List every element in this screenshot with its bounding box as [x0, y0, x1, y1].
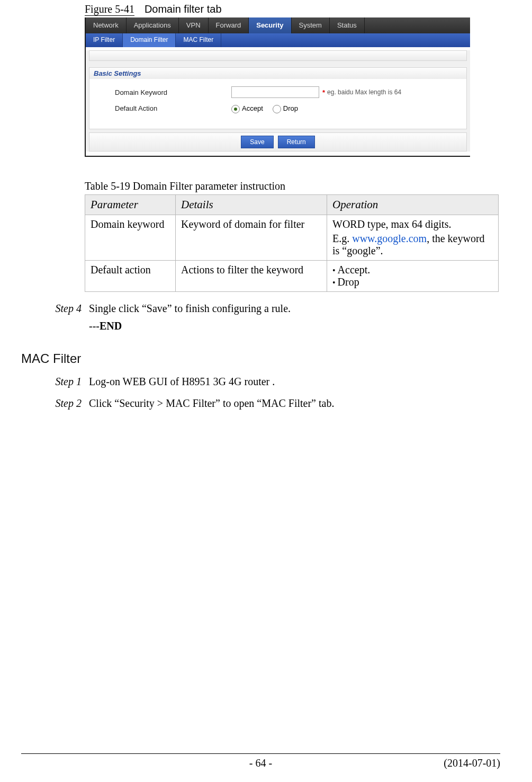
subtab-ip-filter[interactable]: IP Filter: [86, 33, 123, 47]
radio-drop[interactable]: [273, 105, 281, 113]
basic-settings-panel: Basic Settings Domain Keyword * eg. baid…: [89, 67, 467, 129]
cell-parameter: Domain keyword: [85, 215, 176, 261]
page-number: - 64 -: [249, 757, 272, 769]
bullet-drop: Drop: [332, 276, 493, 288]
op-line-1: WORD type, max 64 digits.: [332, 218, 493, 230]
save-button[interactable]: Save: [241, 136, 273, 148]
figure-title: Domain filter tab: [145, 3, 222, 15]
subtab-mac-filter[interactable]: MAC Filter: [176, 33, 221, 47]
radio-drop-label: Drop: [283, 104, 298, 112]
tab-vpn[interactable]: VPN: [179, 17, 209, 33]
end-bold: END: [100, 320, 122, 332]
tab-applications[interactable]: Applications: [127, 17, 179, 33]
step-4-row: Step 4 Single click “Save” to finish con…: [21, 303, 500, 315]
step-4-text: Single click “Save” to finish configurin…: [89, 303, 500, 315]
step-1-text: Log-on WEB GUI of H8951 3G 4G router .: [89, 376, 500, 388]
figure-caption: Figure 5-41 Domain filter tab: [85, 3, 500, 15]
table-row: Default action Actions to filter the key…: [85, 261, 499, 292]
tab-security[interactable]: Security: [249, 17, 291, 33]
step-1-row: Step 1 Log-on WEB GUI of H8951 3G 4G rou…: [21, 376, 500, 388]
bullet-accept: Accept.: [332, 264, 493, 276]
table-row: Domain keyword Keyword of domain for fil…: [85, 215, 499, 261]
cell-operation: WORD type, max 64 digits. E.g. www.googl…: [327, 215, 499, 261]
domain-keyword-hint: eg. baidu Max length is 64: [327, 88, 401, 96]
end-marker: ---END: [89, 320, 500, 332]
subtab-domain-filter[interactable]: Domain Filter: [123, 33, 176, 47]
tab-network[interactable]: Network: [86, 17, 127, 33]
step-2-label: Step 2: [21, 397, 89, 410]
main-tab-bar: Network Applications VPN Forward Securit…: [86, 17, 470, 33]
step-2-text: Click “Security > MAC Filter” to open “M…: [89, 397, 500, 410]
op-line-2: E.g. www.google.com, the keyword is “goo…: [332, 233, 493, 257]
th-parameter: Parameter: [85, 195, 176, 215]
footer-date: (2014-07-01): [444, 757, 500, 769]
domain-keyword-label: Domain Keyword: [99, 88, 231, 96]
figure-number: Figure 5-41: [85, 3, 134, 16]
th-operation: Operation: [327, 195, 499, 215]
cell-parameter: Default action: [85, 261, 176, 292]
sub-tab-bar: IP Filter Domain Filter MAC Filter: [86, 33, 470, 47]
step-4-label: Step 4: [21, 303, 89, 315]
default-action-label: Default Action: [99, 104, 231, 112]
domain-filter-screenshot: Network Applications VPN Forward Securit…: [85, 17, 470, 157]
cell-details: Actions to filter the keyword: [176, 261, 327, 292]
section-heading-mac-filter: MAC Filter: [21, 351, 500, 366]
table-caption: Table 5-19 Domain Filter parameter instr…: [85, 180, 500, 192]
th-details: Details: [176, 195, 327, 215]
parameter-table: Parameter Details Operation Domain keywo…: [85, 194, 499, 292]
return-button[interactable]: Return: [278, 136, 315, 148]
tab-status[interactable]: Status: [330, 17, 365, 33]
example-link[interactable]: www.google.com: [352, 233, 427, 244]
step-1-label: Step 1: [21, 376, 89, 388]
radio-accept-label: Accept: [242, 104, 263, 112]
tab-forward[interactable]: Forward: [209, 17, 249, 33]
cell-operation: Accept. Drop: [327, 261, 499, 292]
radio-accept[interactable]: [231, 105, 240, 113]
page-footer: - 64 - (2014-07-01): [21, 753, 500, 769]
domain-keyword-input[interactable]: [231, 86, 319, 98]
button-bar: Save Return: [89, 132, 467, 152]
tab-system[interactable]: System: [292, 17, 330, 33]
required-star-icon: *: [322, 88, 325, 96]
cell-details: Keyword of domain for filter: [176, 215, 327, 261]
top-bar: [89, 50, 467, 61]
panel-title: Basic Settings: [89, 68, 466, 79]
step-2-row: Step 2 Click “Security > MAC Filter” to …: [21, 397, 500, 410]
